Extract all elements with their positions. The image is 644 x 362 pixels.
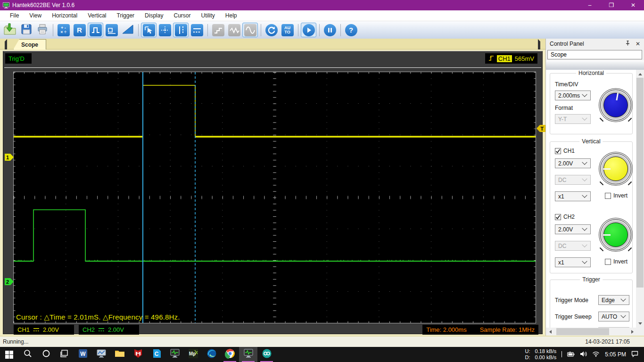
taskbar-hantek[interactable] [165, 347, 184, 362]
trigger-level-value: 565mV [515, 55, 534, 62]
ch2-ground-marker[interactable]: 2 [5, 278, 14, 285]
taskbar-camtasia[interactable] [257, 347, 276, 362]
scroll-right-icon[interactable] [628, 328, 636, 336]
ramp-button[interactable] [120, 23, 135, 37]
battery-icon[interactable] [567, 352, 575, 358]
scrollbar-thumb[interactable] [556, 328, 609, 335]
ch1-scale-select[interactable]: 2.00V [555, 158, 591, 168]
measure-button[interactable] [157, 23, 173, 37]
waveform-display[interactable] [14, 72, 536, 323]
scroll-left-icon[interactable] [546, 328, 554, 336]
zigzag-wave-button[interactable] [226, 23, 242, 37]
taskbar-hantek-active[interactable] [239, 347, 257, 362]
ch2-scale-select[interactable]: 2.00V [555, 224, 591, 234]
scope-plot[interactable] [13, 72, 536, 323]
menu-utility[interactable]: Utility [196, 12, 220, 19]
taskbar-mcafee[interactable] [129, 347, 147, 362]
refresh-button[interactable] [264, 23, 279, 37]
scroll-up-icon[interactable] [636, 70, 644, 78]
trigger-level-marker[interactable]: T [537, 125, 545, 132]
start-button[interactable] [0, 347, 18, 362]
vertical-group: Vertical CH1 2.00V DC x1 Invert [550, 141, 633, 273]
cursor-select-button[interactable] [141, 23, 157, 37]
tab-scope[interactable]: Scope [13, 39, 46, 49]
horizontal-cursor-button[interactable] [189, 23, 205, 37]
panel-mode-select[interactable]: Scope [547, 50, 642, 59]
minimize-button[interactable]: – [579, 0, 601, 10]
auto-button[interactable]: AUTO [280, 23, 295, 37]
taskbar-chrome[interactable] [221, 347, 239, 362]
panel-close-icon[interactable]: ✕ [636, 41, 640, 47]
scrollbar-thumb[interactable] [636, 78, 644, 288]
menu-file[interactable]: File [5, 12, 24, 19]
cortana-button[interactable] [37, 347, 55, 362]
waveform-button[interactable] [88, 23, 103, 37]
trigger-sweep-select[interactable]: AUTO [598, 312, 629, 321]
zigzag-wave-icon [228, 24, 240, 36]
ch1-coupling-select[interactable]: DC [555, 175, 591, 185]
search-button[interactable] [18, 347, 37, 362]
tray-clock[interactable]: 5:05 PM [605, 351, 626, 358]
tray-expand-icon[interactable] [561, 352, 562, 357]
ch1-position-knob[interactable] [600, 153, 631, 184]
taskbar-word[interactable]: W [74, 347, 92, 362]
horizontal-position-knob[interactable] [600, 90, 631, 121]
open-button[interactable] [2, 23, 18, 37]
task-view-button[interactable] [55, 347, 74, 362]
wifi-icon[interactable] [592, 351, 600, 358]
trigger-mode-label: Trigger Mode [555, 297, 588, 304]
taskbar-c-app[interactable]: C [147, 347, 165, 362]
network-speed-widget[interactable]: U:0.18 kB/s D:0.00 kB/s [525, 348, 556, 361]
svg-text:Mp: Mp [189, 351, 195, 356]
horizontal-scrollbar[interactable] [546, 328, 636, 336]
close-button[interactable]: ✕ [622, 0, 644, 10]
ch1-probe-select[interactable]: x1 [555, 191, 591, 201]
digital-button[interactable] [104, 23, 119, 37]
menu-horizontal[interactable]: Horizontal [47, 12, 83, 19]
vertical-scrollbar[interactable] [636, 70, 644, 328]
ch2-coupling-select[interactable]: DC [555, 241, 591, 251]
menu-help[interactable]: Help [220, 12, 242, 19]
vertical-cursor-button[interactable] [173, 23, 189, 37]
menu-display[interactable]: Display [140, 12, 168, 19]
ch1-invert-checkbox[interactable]: Invert [605, 192, 627, 199]
trigger-mode-select[interactable]: Edge [598, 295, 629, 305]
action-center-icon[interactable] [631, 351, 638, 358]
ch2-enable-checkbox[interactable]: CH2 [555, 214, 575, 220]
menu-trigger[interactable]: Trigger [112, 12, 140, 19]
ch2-probe-select[interactable]: x1 [555, 257, 591, 267]
vertical-group-title: Vertical [579, 138, 603, 145]
sine-wave-button[interactable] [242, 23, 258, 37]
ch1-ground-marker[interactable]: 1 [5, 154, 14, 161]
taskbar-mplab[interactable]: Mp [184, 347, 202, 362]
pin-icon[interactable] [626, 41, 630, 47]
taskbar-device-monitor[interactable] [92, 347, 110, 362]
save-button[interactable] [18, 23, 34, 37]
format-select[interactable]: Y-T [555, 114, 591, 124]
help-button[interactable]: ? [343, 23, 359, 37]
taskbar-edge[interactable] [202, 347, 221, 362]
pause-acquisition-button[interactable] [322, 23, 338, 37]
ch2-position-knob[interactable] [600, 219, 631, 250]
time-div-select[interactable]: 2.000ms [555, 90, 591, 100]
start-acquisition-button[interactable] [301, 23, 316, 37]
system-tray: U:0.18 kB/s D:0.00 kB/s 5:05 PM [525, 347, 644, 362]
math-button[interactable]: + -× ÷ [56, 23, 71, 37]
format-label: Format [555, 105, 573, 111]
step-wave-button[interactable] [210, 23, 226, 37]
scroll-down-icon[interactable] [636, 320, 644, 328]
oscilloscope-app-icon [170, 348, 180, 361]
ch1-enable-checkbox[interactable]: CH1 [555, 148, 575, 154]
trigger-group: Trigger Trigger Mode Edge Trigger Sweep … [550, 280, 633, 328]
tab-scroll-left-icon[interactable] [2, 41, 7, 50]
restore-button[interactable]: ❐ [601, 0, 622, 10]
menu-vertical[interactable]: Vertical [83, 12, 111, 19]
menu-cursor[interactable]: Cursor [168, 12, 196, 19]
reference-button[interactable]: R [72, 23, 87, 37]
tab-scroll-right-icon[interactable] [538, 41, 543, 50]
menu-view[interactable]: View [24, 12, 47, 19]
ch2-invert-checkbox[interactable]: Invert [605, 258, 627, 265]
print-button[interactable] [34, 23, 50, 37]
file-explorer-button[interactable] [110, 347, 129, 362]
volume-icon[interactable] [580, 351, 587, 358]
